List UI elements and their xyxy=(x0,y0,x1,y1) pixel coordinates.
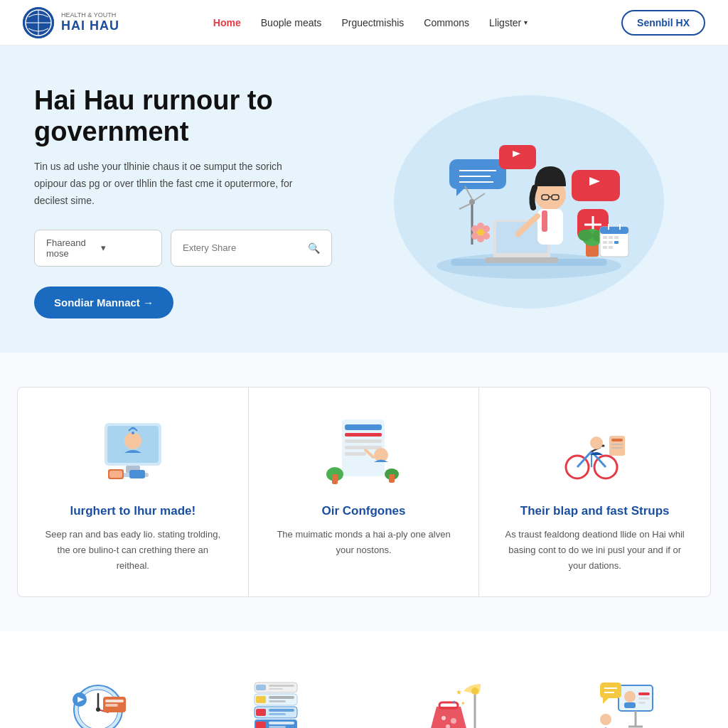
svg-rect-75 xyxy=(389,474,395,483)
svg-rect-131 xyxy=(638,702,646,704)
nav-lligster-label: Lligster xyxy=(489,17,521,28)
svg-rect-50 xyxy=(603,241,607,244)
bottom-grid: Saliz up xyxy=(17,665,711,728)
svg-point-127 xyxy=(624,691,636,702)
svg-point-42 xyxy=(471,225,478,232)
bottom-section: Saliz up xyxy=(0,631,728,728)
svg-rect-69 xyxy=(345,452,366,456)
header-cta-button[interactable]: Sennbil HX xyxy=(621,10,705,36)
logo-area: HEALTH & YOUTH HAI HAU xyxy=(23,7,119,38)
svg-text:✦: ✦ xyxy=(452,700,456,705)
svg-rect-11 xyxy=(542,210,547,232)
svg-rect-52 xyxy=(614,241,619,244)
hero-illustration xyxy=(394,95,664,309)
bottom-icon-4 xyxy=(593,677,664,728)
svg-rect-106 xyxy=(269,713,286,715)
feature-icon-1 xyxy=(90,416,176,487)
svg-point-122 xyxy=(451,718,456,724)
svg-rect-49 xyxy=(614,236,619,239)
svg-rect-53 xyxy=(603,246,607,249)
logo-icon xyxy=(23,7,54,38)
svg-point-59 xyxy=(124,432,141,449)
svg-rect-101 xyxy=(269,722,294,724)
nav-lligster-dropdown[interactable]: Lligster ▾ xyxy=(489,17,528,28)
bottom-card-1: Saliz up xyxy=(17,665,182,728)
svg-rect-10 xyxy=(537,209,563,245)
logo-text: HEALTH & YOUTH HAI HAU xyxy=(61,11,119,33)
svg-rect-63 xyxy=(129,470,145,478)
svg-rect-47 xyxy=(603,236,607,239)
feature-card-2: Oir Confgones The muimatic monds a hai a… xyxy=(249,387,480,596)
svg-rect-54 xyxy=(609,246,613,249)
bottom-icon-2 xyxy=(240,677,311,728)
bottom-icon-3: ★ ✦ ✦ xyxy=(417,677,488,728)
hero-search-input[interactable] xyxy=(183,242,302,253)
nav-buople[interactable]: Buople meats xyxy=(261,17,322,28)
hero-search-bar: Fhareand mose ▾ 🔍 xyxy=(34,230,364,267)
bottom-card-3: ★ ✦ ✦ Vews anccment xyxy=(370,665,535,728)
svg-rect-114 xyxy=(269,688,283,690)
svg-rect-65 xyxy=(345,424,382,430)
feature-icon-2 xyxy=(321,416,406,487)
svg-rect-113 xyxy=(269,685,294,687)
logo-subtitle: HEALTH & YOUTH xyxy=(61,11,119,18)
hero-title: Hai Hau rurnour to government xyxy=(34,85,364,147)
bottom-icon-1 xyxy=(64,677,135,728)
svg-rect-108 xyxy=(256,696,266,703)
svg-rect-130 xyxy=(638,697,650,700)
svg-text:★: ★ xyxy=(456,688,462,696)
svg-rect-15 xyxy=(572,170,620,201)
feature-icon-3 xyxy=(552,416,638,487)
svg-point-34 xyxy=(578,230,592,241)
svg-rect-62 xyxy=(109,471,122,478)
logo-main: HAI HAU xyxy=(61,18,119,33)
chevron-down-icon: ▾ xyxy=(524,18,528,26)
feature-card-3: Their blap and fast Strups As traust fea… xyxy=(479,387,710,596)
svg-marker-21 xyxy=(456,189,464,196)
svg-rect-68 xyxy=(345,446,382,449)
svg-marker-135 xyxy=(603,698,609,704)
hero-right xyxy=(364,95,694,309)
svg-point-136 xyxy=(600,714,611,725)
feature-desc-3: As traust fealdong deationd llide on Hai… xyxy=(502,527,687,574)
search-icon: 🔍 xyxy=(308,242,320,254)
svg-point-38 xyxy=(483,225,490,232)
svg-rect-104 xyxy=(256,709,266,716)
select-chevron-icon: ▾ xyxy=(101,242,150,253)
svg-rect-129 xyxy=(638,692,650,695)
nav-home[interactable]: Home xyxy=(213,17,241,28)
svg-rect-73 xyxy=(332,474,338,484)
svg-point-41 xyxy=(471,232,478,240)
svg-rect-95 xyxy=(105,700,124,702)
svg-rect-132 xyxy=(600,682,621,698)
svg-rect-44 xyxy=(600,227,628,234)
svg-rect-96 xyxy=(105,704,118,707)
svg-rect-48 xyxy=(609,236,613,239)
svg-rect-128 xyxy=(624,702,636,708)
svg-point-84 xyxy=(590,437,603,449)
features-grid: lurghert to lhur made! Seep ran and bas … xyxy=(17,387,711,597)
hero-search-input-wrap: 🔍 xyxy=(171,230,332,267)
svg-rect-110 xyxy=(269,700,286,702)
hero-left: Hai Hau rurnour to government Tin us ad … xyxy=(34,85,364,318)
svg-rect-22 xyxy=(499,145,536,169)
feature-title-1: lurghert to lhur made! xyxy=(41,504,225,518)
svg-rect-66 xyxy=(345,433,382,437)
svg-text:✦: ✦ xyxy=(461,700,466,707)
svg-rect-67 xyxy=(345,439,382,443)
svg-line-31 xyxy=(459,204,470,209)
feature-card-1: lurghert to lhur made! Seep ran and bas … xyxy=(18,387,249,596)
feature-desc-2: The muimatic monds a hai a-ply one alven… xyxy=(272,527,456,558)
nav-prguect[interactable]: Prguectmishis xyxy=(341,17,404,28)
hero-select-label: Fhareand mose xyxy=(46,237,95,259)
svg-rect-86 xyxy=(611,439,623,441)
hero-category-select[interactable]: Fhareand mose ▾ xyxy=(34,230,162,267)
svg-line-30 xyxy=(474,193,485,200)
svg-rect-105 xyxy=(269,709,294,712)
hero-section: Hai Hau rurnour to government Tin us ad … xyxy=(0,46,728,353)
svg-rect-109 xyxy=(269,696,294,699)
hero-cta-button[interactable]: Sondiar Mannact → xyxy=(34,287,173,318)
nav-commons[interactable]: Commons xyxy=(424,17,469,28)
svg-rect-51 xyxy=(609,241,613,244)
svg-rect-17 xyxy=(449,159,506,189)
